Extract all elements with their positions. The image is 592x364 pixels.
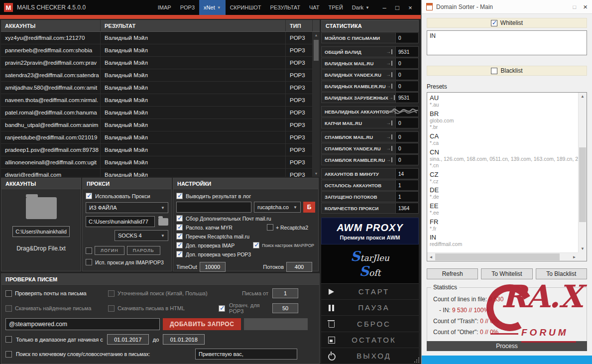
table-row[interactable]: allinoneoneinall@rediffmail.com:ugit Вал… <box>1 156 313 169</box>
whitelist-checkbox[interactable] <box>491 20 497 26</box>
use-proxy-checkbox[interactable] <box>86 193 92 199</box>
to-blacklist-button[interactable]: To Blacklist <box>536 268 587 279</box>
query-input[interactable] <box>5 318 160 330</box>
refresh-button[interactable]: Refresh <box>427 268 478 279</box>
browse-folder-icon[interactable] <box>158 218 168 226</box>
captcha-service-select[interactable]: rucaptcha.co ▼ <box>254 202 301 213</box>
download-mail-checkbox[interactable] <box>5 305 12 312</box>
table-row[interactable]: pravin22pravin@rediffmail.com:prav Валид… <box>1 57 313 69</box>
download-html-checkbox[interactable] <box>108 305 115 312</box>
refined-search-checkbox[interactable] <box>108 290 115 297</box>
scroll-left-icon[interactable]: ◄ <box>427 253 435 261</box>
menu-pop3[interactable]: POP3 ▼ <box>176 0 199 15</box>
export-icon[interactable]: → <box>386 61 392 66</box>
table-row[interactable]: amitjadhav.580@rediffmail.com:amit Валид… <box>1 82 313 94</box>
keyword-input[interactable] <box>195 349 297 360</box>
export-icon[interactable]: → <box>386 84 392 89</box>
start-button[interactable]: СТАРТ <box>321 284 419 300</box>
check-mail-checkbox[interactable] <box>5 290 12 297</box>
scrollbar-thumb[interactable] <box>435 253 560 260</box>
export-icon[interactable]: → <box>386 146 392 151</box>
preset-item[interactable]: EE *.ee <box>430 202 578 217</box>
maximize-button[interactable]: □ <box>391 1 404 13</box>
menu-tray[interactable]: ТРЕЙ ▼ <box>324 0 348 15</box>
preset-item[interactable]: AU *.au <box>430 94 578 109</box>
scroll-down-icon[interactable]: ▼ <box>579 245 587 252</box>
column-header-type[interactable]: ТИП <box>286 20 313 31</box>
scrollbar-thumb[interactable] <box>579 147 586 222</box>
captcha-myr-checkbox[interactable] <box>176 224 183 231</box>
exit-button[interactable]: ВЫХОД <box>321 348 419 364</box>
remainder-button[interactable]: ОСТАТОК <box>321 332 419 348</box>
table-row[interactable]: patel.romal@rediffmail.com:hanuma Валидн… <box>1 107 313 119</box>
preset-item[interactable]: CN sina., 126.com, 168.com, 0511.cn, 139… <box>430 148 578 169</box>
imap-check-checkbox[interactable] <box>176 242 183 248</box>
login-button[interactable]: ЛОГИН <box>95 246 124 255</box>
table-row[interactable]: pannerbeb@rediffmail.com:shobia Валидный… <box>1 44 313 57</box>
table-row[interactable]: naveen.thota@rediffmail.com:nirmal. Вали… <box>1 94 313 107</box>
pop3-check-checkbox[interactable] <box>176 251 183 257</box>
add-query-button[interactable]: ДОБАВИТЬ ЗАПРОС <box>163 318 241 330</box>
password-button[interactable]: ПАРОЛЬ <box>127 246 160 255</box>
log-output-checkbox[interactable] <box>176 193 183 199</box>
keyword-checkbox[interactable] <box>5 351 12 358</box>
table-row[interactable]: pradeep1.psv@rediffmail.com:89738 Валидн… <box>1 144 313 156</box>
menu-xnet[interactable]: xNet ▼ <box>199 0 226 15</box>
menu-screenshot[interactable]: СКРИНШОТ ▼ <box>226 0 266 15</box>
preset-item[interactable]: CZ *.cz <box>430 171 578 185</box>
presets-horizontal-scrollbar[interactable]: ◄ ► <box>427 252 578 261</box>
whitelist-textarea[interactable]: IN <box>427 30 587 55</box>
date-from-input[interactable] <box>107 334 149 345</box>
export-icon[interactable]: → <box>386 157 392 162</box>
export-icon[interactable]: → <box>388 95 395 100</box>
letters-from-input[interactable] <box>272 288 298 298</box>
maximize-button[interactable]: □ <box>573 4 577 10</box>
menu-imap[interactable]: IMAP ▼ <box>153 0 176 15</box>
menu-result[interactable]: РЕЗУЛЬТАТ ▼ <box>266 0 305 15</box>
table-row[interactable]: bandhu_utpal@rediffmail.com:aanim Валидн… <box>1 119 313 131</box>
date-to-input[interactable] <box>163 334 205 345</box>
pause-button[interactable]: ПАУЗА <box>321 300 419 316</box>
export-icon[interactable]: → <box>386 49 392 54</box>
table-row[interactable]: xyz4yu@rediffmail.com:121270 Валидный Мэ… <box>1 32 313 44</box>
minimize-button[interactable]: – <box>378 1 391 13</box>
scrollbar-thumb[interactable] <box>314 40 319 61</box>
balance-button[interactable]: Б <box>303 202 315 213</box>
preset-item[interactable]: FR *.fr <box>430 218 578 233</box>
imap-pop-settings-checkbox[interactable] <box>253 242 259 248</box>
awm-proxy-banner[interactable]: AWM PROXY Премиум прокси AWM <box>321 218 419 244</box>
proxy-source-select[interactable]: ИЗ ФАЙЛА ▼ <box>86 202 168 213</box>
extra-mail-checkbox[interactable] <box>176 215 183 222</box>
column-header-result[interactable]: РЕЗУЛЬТАТ <box>101 20 286 31</box>
export-icon[interactable]: → <box>386 72 392 77</box>
table-row[interactable]: ranjeetdube@rediffmail.com:021019 Валидн… <box>1 131 313 144</box>
table-row[interactable]: satendra23@rediffmail.com:satendra Валид… <box>1 69 313 82</box>
reset-button[interactable]: СБРОС <box>321 316 419 332</box>
scroll-up-icon[interactable]: ▲ <box>313 32 320 38</box>
export-icon[interactable]: → <box>386 121 392 125</box>
scroll-up-icon[interactable]: ▲ <box>579 93 587 100</box>
scroll-right-icon[interactable]: ► <box>571 253 578 261</box>
export-icon[interactable]: → <box>386 134 392 139</box>
blacklist-checkbox[interactable] <box>491 68 497 74</box>
date-range-checkbox[interactable] <box>5 336 12 343</box>
recaptcha2-checkbox[interactable] <box>267 224 273 231</box>
table-row[interactable]: diwari@rediffmail.com Валидный Мэйл POP3 <box>1 169 313 177</box>
folder-icon[interactable] <box>26 197 57 219</box>
to-whitelist-button[interactable]: To Whitelist <box>481 268 532 279</box>
resize-grip[interactable] <box>413 356 419 363</box>
proxy-type-select[interactable]: SOCKS 4 ▼ <box>115 230 168 241</box>
limit-pop3-input[interactable] <box>272 303 298 313</box>
scroll-down-icon[interactable]: ▼ <box>313 170 320 177</box>
menu-chat[interactable]: ЧАТ ▼ <box>305 0 324 15</box>
table-scrollbar[interactable]: ▲ ▼ <box>313 32 320 177</box>
preset-item[interactable]: BR globo.com *.br <box>430 110 578 131</box>
limit-pop3-checkbox[interactable] <box>219 305 225 312</box>
proxy-auth-checkbox[interactable] <box>86 247 92 254</box>
preset-item[interactable]: DE *.de <box>430 186 578 201</box>
close-button[interactable]: × <box>404 1 417 13</box>
menu-theme[interactable]: Dark ▼ <box>348 0 374 15</box>
preset-item[interactable]: CA *.ca <box>430 132 578 147</box>
threads-input[interactable] <box>286 262 312 272</box>
column-header-accounts[interactable]: АККАУНТЫ <box>1 20 101 31</box>
